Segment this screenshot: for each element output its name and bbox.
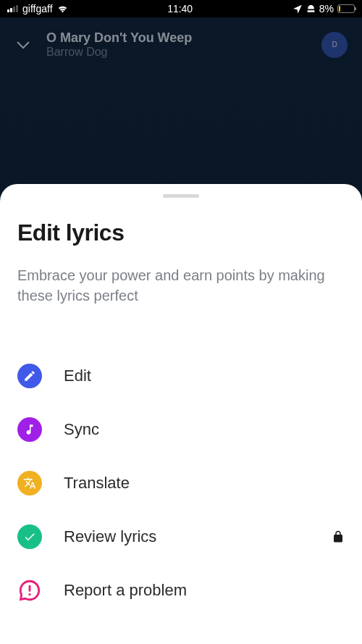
menu-label-report: Report a problem (64, 581, 345, 600)
sheet-title: Edit lyrics (17, 219, 345, 246)
pencil-icon (17, 364, 42, 388)
bottom-sheet: Edit lyrics Embrace your power and earn … (0, 184, 362, 644)
music-note-icon (17, 417, 42, 442)
track-info[interactable]: O Mary Don't You Weep Barrow Dog (46, 30, 307, 59)
status-left: giffgaff (7, 3, 68, 14)
wifi-icon (57, 5, 68, 13)
menu-label-review: Review lyrics (64, 527, 310, 546)
status-right: 8% (292, 3, 355, 14)
menu-label-edit: Edit (64, 367, 345, 385)
menu-item-edit[interactable]: Edit (17, 349, 345, 403)
collapse-button[interactable] (14, 36, 32, 54)
menu-label-sync: Sync (64, 420, 345, 439)
menu-item-sync[interactable]: Sync (17, 403, 345, 456)
battery-label: 8% (319, 3, 334, 14)
menu-label-translate: Translate (64, 474, 345, 493)
check-icon (17, 524, 42, 549)
menu-item-report[interactable]: Report a problem (17, 564, 345, 617)
signal-icon (7, 5, 18, 12)
lock-icon (332, 530, 345, 543)
sheet-subtitle: Embrace your power and earn points by ma… (17, 265, 345, 306)
time-label: 11:40 (167, 3, 193, 14)
battery-icon (337, 4, 355, 13)
menu-item-translate[interactable]: Translate (17, 456, 345, 510)
player-header: O Mary Don't You Weep Barrow Dog D (0, 17, 362, 72)
drag-handle[interactable] (163, 194, 199, 198)
chevron-down-icon (16, 41, 30, 49)
location-icon (292, 4, 303, 14)
track-title: O Mary Don't You Weep (46, 30, 307, 46)
report-icon (17, 578, 42, 603)
status-bar: giffgaff 11:40 8% (0, 0, 362, 17)
menu-item-review[interactable]: Review lyrics (17, 510, 345, 564)
alarm-icon (306, 4, 316, 14)
avatar[interactable]: D (321, 32, 348, 58)
avatar-initial: D (332, 41, 337, 49)
translate-icon (17, 471, 42, 495)
carrier-label: giffgaff (22, 3, 53, 14)
track-artist: Barrow Dog (46, 46, 307, 59)
